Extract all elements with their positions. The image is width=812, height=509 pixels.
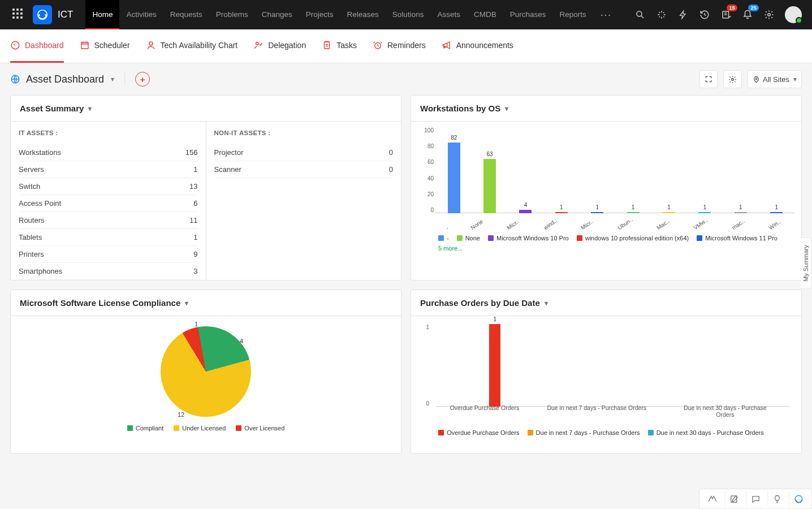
bar[interactable]: 1 [735,212,747,213]
toolbar: Asset Dashboard ▾ + All Sites ▾ [0,63,812,95]
card-title: Purchase Orders by Due Date [420,298,540,308]
settings-button[interactable] [723,70,742,88]
subtab-dashboard[interactable]: Dashboard [10,29,64,63]
legend-item[interactable]: Compliant [127,425,164,432]
legend-item[interactable]: - [438,235,449,241]
my-summary-tab[interactable]: My Summary [800,238,812,289]
topnav-purchases[interactable]: Purchases [503,0,553,29]
bar[interactable]: 1 [627,212,640,213]
bulb-icon[interactable] [767,491,787,507]
asset-row[interactable]: Workstations156 [19,144,198,161]
top-nav: HomeActivitiesRequestsProblemsChangesPro… [85,0,593,29]
asset-row[interactable]: Routers11 [19,212,198,229]
bar[interactable]: 1 [489,324,500,407]
chevron-down-icon[interactable]: ▾ [185,299,188,307]
asset-row[interactable]: Switch13 [19,178,198,195]
legend-item[interactable]: windows 10 professional edition (x64) [577,235,689,241]
notes-icon[interactable] [724,491,744,507]
topnav-reports[interactable]: Reports [552,0,593,29]
topnav-requests[interactable]: Requests [163,0,209,29]
svg-point-12 [755,78,757,80]
asset-row[interactable]: Servers1 [19,161,198,178]
bell-badge: 25 [748,5,759,11]
deleg-icon [253,40,264,50]
topnav-changes[interactable]: Changes [255,0,299,29]
apps-launcher-icon[interactable] [12,8,25,21]
bar[interactable]: 4 [519,210,532,213]
subtab-reminders[interactable]: Reminders [373,29,426,63]
topnav-projects[interactable]: Projects [299,0,340,29]
topnav-solutions[interactable]: Solutions [386,0,431,29]
card-po-due: Purchase Orders by Due Date▾ 10 1 Overdu… [411,290,802,454]
dashboard-title[interactable]: Asset Dashboard [26,74,104,85]
topnav-activities[interactable]: Activities [119,0,163,29]
nav-overflow-icon[interactable]: ⋯ [595,8,617,21]
bottom-toolbar [699,489,812,509]
fullscreen-button[interactable] [699,70,718,88]
legend-item[interactable]: None [457,235,480,241]
bar[interactable]: 1 [770,212,783,213]
assist-icon[interactable] [789,491,808,507]
pie-chart: 4121 [161,326,251,417]
top-icons: 15 25 [634,6,805,23]
bolt-icon[interactable] [677,9,689,20]
chevron-down-icon[interactable]: ▾ [111,75,114,83]
legend-item[interactable]: Due in next 7 days - Purchase Orders [528,429,640,436]
subtab-announcements[interactable]: Announcements [442,29,513,63]
chevron-down-icon[interactable]: ▾ [88,105,92,113]
search-icon[interactable] [634,9,646,20]
history-icon[interactable] [699,9,710,20]
mega-icon [442,40,452,50]
chat-icon[interactable] [746,491,765,507]
bar[interactable]: 1 [591,212,603,213]
legend-item[interactable]: Due in next 30 days - Purchase Orders [648,429,764,436]
bell-icon[interactable]: 25 [742,9,753,20]
cal-icon [80,40,90,50]
topnav-releases[interactable]: Releases [340,0,386,29]
card-title: Asset Summary [20,103,84,113]
asset-row[interactable]: Smartphones3 [19,263,198,280]
topnav-home[interactable]: Home [85,0,119,29]
asset-row[interactable]: Access Point6 [19,195,198,212]
avatar[interactable] [785,6,802,23]
it-assets-header: IT ASSETS : [19,122,198,144]
legend-item[interactable]: Overdue Purchase Orders [438,429,519,436]
topnav-problems[interactable]: Problems [209,0,255,29]
legend-item[interactable]: Under Licensed [174,425,226,432]
sparkle-icon[interactable] [656,9,667,20]
app-logo [33,5,52,24]
subtab-scheduler[interactable]: Scheduler [80,29,130,63]
inbox-icon[interactable]: 15 [720,9,732,20]
alarm-icon [373,40,383,50]
pie-label: 4 [240,338,243,344]
bar[interactable]: 82 [448,143,460,213]
legend-item[interactable]: Over Licensed [236,425,284,432]
asset-row[interactable]: Projector0 [214,144,394,161]
add-button[interactable]: + [135,72,150,87]
bar[interactable]: 1 [698,212,711,213]
bar[interactable]: 1 [555,212,568,213]
clip-icon [322,40,332,50]
zia-icon[interactable] [703,491,722,507]
bar[interactable]: 63 [483,159,496,213]
chevron-down-icon[interactable]: ▾ [545,299,548,307]
pie-label: 1 [195,321,198,327]
topbar: ICT HomeActivitiesRequestsProblemsChange… [0,0,812,29]
sites-dropdown[interactable]: All Sites ▾ [748,70,802,88]
subtab-delegation[interactable]: Delegation [253,29,306,63]
svg-point-11 [732,78,734,80]
chevron-down-icon[interactable]: ▾ [505,105,508,113]
bar[interactable]: 1 [663,212,675,213]
asset-row[interactable]: Tablets1 [19,229,198,246]
legend-item[interactable]: Microsoft Windows 11 Pro [697,235,778,241]
legend-more[interactable]: 5 more... [411,241,801,257]
legend-item[interactable]: Microsoft Windows 10 Pro [488,235,569,241]
subtab-tasks[interactable]: Tasks [322,29,357,63]
asset-row[interactable]: Printers9 [19,246,198,263]
card-asset-summary: Asset Summary▾ IT ASSETS : Workstations1… [10,95,401,281]
gear-icon[interactable] [763,9,775,20]
topnav-assets[interactable]: Assets [430,0,467,29]
asset-row[interactable]: Scanner0 [214,161,394,178]
subtab-tech-availability-chart[interactable]: Tech Availability Chart [146,29,238,63]
topnav-cmdb[interactable]: CMDB [467,0,503,29]
